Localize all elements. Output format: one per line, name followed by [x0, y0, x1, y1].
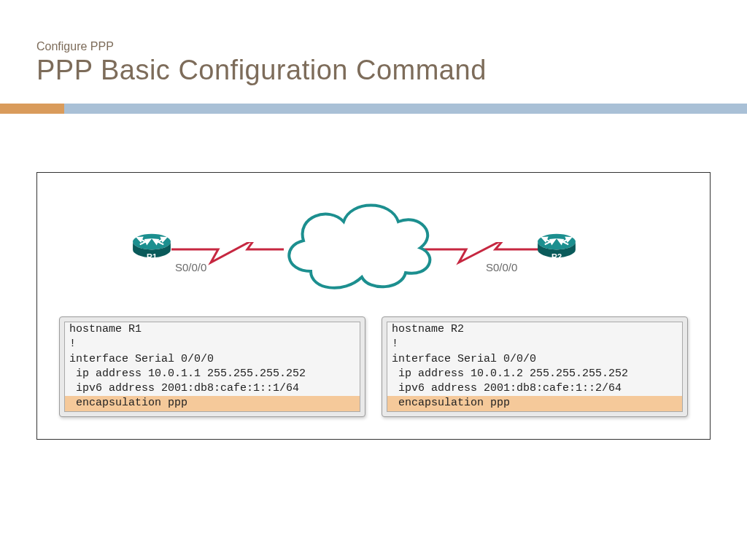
network-topology: R1 S0/0/0 R2 S0/0/0 [59, 191, 688, 300]
router-r1-label: R1 [132, 252, 171, 261]
cfg-line: hostname R2 [387, 322, 682, 337]
svg-point-0 [133, 234, 171, 250]
cfg-line-highlight: encapsulation ppp [65, 396, 360, 411]
router-r1-icon: R1 [132, 232, 171, 260]
cfg-line: ipv6 address 2001:db8:cafe:1::2/64 [387, 381, 682, 396]
router-r2-icon: R2 [537, 232, 576, 260]
cfg-line-highlight: encapsulation ppp [387, 396, 682, 411]
cfg-line: ! [387, 337, 682, 351]
cfg-line: ip address 10.0.1.1 255.255.255.252 [65, 367, 360, 381]
diagram-frame: R1 S0/0/0 R2 S0/0/0 [36, 172, 711, 440]
slide-subtitle: Configure PPP [36, 40, 711, 53]
interface-label-r1: S0/0/0 [175, 261, 206, 273]
cfg-line: ! [65, 337, 360, 351]
wan-cloud-icon [271, 191, 442, 300]
slide-title: PPP Basic Configuration Command [36, 55, 711, 86]
cfg-line: ip address 10.0.1.2 255.255.255.252 [387, 367, 682, 381]
interface-label-r2: S0/0/0 [486, 261, 517, 273]
cfg-line: hostname R1 [65, 322, 360, 337]
cfg-line: interface Serial 0/0/0 [387, 352, 682, 367]
cfg-line: interface Serial 0/0/0 [65, 352, 360, 367]
config-box-r1: hostname R1 ! interface Serial 0/0/0 ip … [59, 316, 365, 417]
config-row: hostname R1 ! interface Serial 0/0/0 ip … [59, 316, 688, 417]
router-r2-label: R2 [537, 252, 576, 261]
config-box-r2: hostname R2 ! interface Serial 0/0/0 ip … [382, 316, 688, 417]
accent-bar [0, 104, 747, 114]
cfg-line: ipv6 address 2001:db8:cafe:1::1/64 [65, 381, 360, 396]
svg-point-9 [538, 234, 576, 250]
